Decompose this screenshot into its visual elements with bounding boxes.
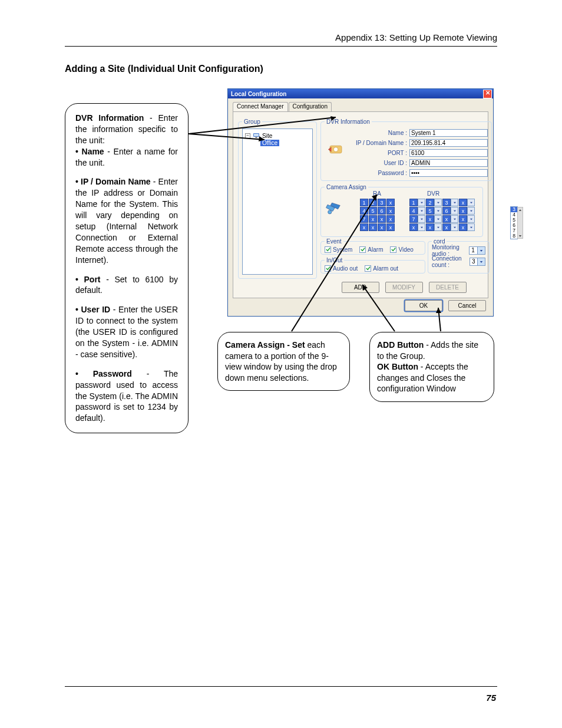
select-mon-audio-value: 1 bbox=[470, 247, 477, 254]
svg-marker-25 bbox=[480, 261, 482, 263]
tab-connect-manager[interactable]: Connect Manager bbox=[233, 102, 288, 111]
dvr-cell-value: x bbox=[459, 207, 467, 215]
label-user: • User ID bbox=[75, 305, 110, 314]
chevron-down-icon[interactable] bbox=[467, 199, 475, 206]
input-name[interactable] bbox=[409, 129, 488, 137]
input-port[interactable] bbox=[409, 149, 488, 157]
dvr-cell[interactable]: x bbox=[442, 223, 458, 231]
ok-button[interactable]: OK bbox=[405, 300, 442, 311]
chevron-down-icon[interactable] bbox=[451, 207, 458, 215]
dvr-grid: 123x456x7xxxxxxx bbox=[409, 199, 475, 231]
dvr-legend: DVR Information bbox=[325, 118, 372, 125]
bottom-rule bbox=[65, 686, 497, 687]
add-button[interactable]: ADD bbox=[342, 282, 379, 293]
dvr-cell[interactable]: x bbox=[426, 215, 442, 223]
cancel-button[interactable]: Cancel bbox=[448, 300, 486, 311]
dvr-cell[interactable]: 3 bbox=[442, 199, 458, 206]
dvr-cell-value: x bbox=[459, 223, 467, 231]
chevron-down-icon[interactable] bbox=[467, 223, 475, 231]
dvr-cell[interactable]: 1 bbox=[409, 199, 425, 206]
ra-cell: x bbox=[386, 199, 395, 206]
delete-button: DELETE bbox=[429, 282, 467, 293]
dvr-cell[interactable]: x bbox=[409, 223, 425, 231]
tab-configuration[interactable]: Configuration bbox=[289, 102, 332, 111]
dvr-info-fieldset: DVR Information Name : IP / Domain Name … bbox=[320, 118, 492, 181]
dvr-cell[interactable]: 5 bbox=[426, 207, 442, 215]
chevron-down-icon[interactable] bbox=[451, 215, 458, 223]
dvr-cell[interactable]: 4 bbox=[409, 207, 425, 215]
chevron-down-icon[interactable] bbox=[477, 247, 485, 254]
cord-fieldset: cord Monitoring audio : 1 Connection cou… bbox=[428, 238, 490, 274]
check-system[interactable]: System bbox=[325, 246, 352, 253]
top-rule bbox=[65, 46, 497, 47]
callout-dvr-info: DVR Information - Enter the information … bbox=[65, 103, 189, 433]
dvr-cell[interactable]: x bbox=[459, 199, 475, 206]
button-row-bottom: OK Cancel bbox=[405, 300, 486, 311]
check-alarm-label: Alarm bbox=[368, 246, 383, 253]
dvr-cell-value: x bbox=[409, 223, 418, 231]
label-dvr-info: DVR Information bbox=[75, 113, 144, 123]
dvr-cell[interactable]: x bbox=[426, 223, 442, 231]
chevron-down-icon[interactable] bbox=[434, 207, 442, 215]
check-alarm[interactable]: Alarm bbox=[359, 246, 383, 253]
ra-grid: 123x456x7xxxxxxx bbox=[360, 199, 395, 231]
input-ip[interactable] bbox=[409, 139, 488, 147]
dvr-cell[interactable]: x bbox=[442, 215, 458, 223]
input-pwd[interactable] bbox=[409, 169, 488, 177]
dvr-cell[interactable]: 7 bbox=[409, 215, 425, 223]
scroll-down-icon[interactable] bbox=[518, 233, 523, 238]
scroll-up-icon[interactable] bbox=[518, 207, 523, 212]
chevron-down-icon[interactable] bbox=[434, 223, 442, 231]
svg-marker-15 bbox=[437, 218, 439, 220]
dvr-cell[interactable]: x bbox=[459, 207, 475, 215]
tree-expand-icon[interactable]: − bbox=[245, 133, 250, 139]
dropdown-opt[interactable]: 8 bbox=[511, 233, 517, 239]
ra-cell: x bbox=[369, 223, 377, 231]
chevron-down-icon[interactable] bbox=[451, 199, 458, 206]
dvr-cell[interactable]: 6 bbox=[442, 207, 458, 215]
ra-cell: 7 bbox=[360, 215, 368, 223]
ra-column-label: RA bbox=[373, 190, 381, 197]
svg-marker-21 bbox=[470, 226, 472, 228]
chevron-down-icon[interactable] bbox=[418, 223, 425, 231]
svg-marker-9 bbox=[470, 202, 472, 203]
check-alarm-out[interactable]: Alarm out bbox=[365, 265, 398, 272]
chevron-down-icon[interactable] bbox=[451, 223, 458, 231]
select-conn-count[interactable]: 3 bbox=[470, 258, 485, 266]
chevron-down-icon[interactable] bbox=[434, 199, 442, 206]
chevron-down-icon[interactable] bbox=[467, 207, 475, 215]
chevron-down-icon[interactable] bbox=[434, 215, 442, 223]
dvr-cell[interactable]: x bbox=[459, 215, 475, 223]
chevron-down-icon[interactable] bbox=[467, 215, 475, 223]
chevron-down-icon[interactable] bbox=[418, 215, 425, 223]
dropdown-scrollbar[interactable] bbox=[517, 207, 523, 239]
chevron-down-icon[interactable] bbox=[418, 207, 425, 215]
svg-marker-10 bbox=[421, 210, 423, 212]
select-mon-audio[interactable]: 1 bbox=[469, 246, 485, 255]
check-video[interactable]: Video bbox=[390, 246, 413, 253]
svg-marker-18 bbox=[421, 226, 423, 228]
check-alarm-out-label: Alarm out bbox=[373, 265, 398, 272]
dvr-cell-value: 2 bbox=[426, 199, 434, 206]
close-button[interactable]: ✕ bbox=[483, 90, 492, 98]
dvr-cell[interactable]: 2 bbox=[426, 199, 442, 206]
section-heading: Adding a Site (Individual Unit Configura… bbox=[65, 64, 263, 74]
svg-marker-24 bbox=[480, 250, 482, 252]
modify-button: MODIFY bbox=[385, 282, 423, 293]
label-add-btn: ADD Button bbox=[377, 340, 424, 350]
dvr-cell-value: 1 bbox=[409, 199, 418, 206]
dvr-cell[interactable]: x bbox=[459, 223, 475, 231]
chevron-down-icon[interactable] bbox=[418, 199, 425, 206]
ra-cell: 5 bbox=[369, 207, 377, 215]
chevron-down-icon[interactable] bbox=[477, 258, 485, 265]
dvr-cell-value: 7 bbox=[409, 215, 418, 223]
ra-cell: 3 bbox=[378, 199, 386, 206]
camera-dropdown-open[interactable]: 3 4 5 6 7 8 bbox=[510, 206, 518, 239]
group-tree[interactable]: − Site Office bbox=[242, 129, 313, 275]
inout-legend: In/Out bbox=[325, 257, 344, 263]
input-user[interactable] bbox=[409, 159, 488, 167]
svg-marker-11 bbox=[437, 210, 439, 212]
check-audio-out[interactable]: Audio out bbox=[325, 265, 358, 272]
tree-child-office[interactable]: Office bbox=[260, 140, 279, 146]
check-audio-out-label: Audio out bbox=[333, 265, 358, 272]
